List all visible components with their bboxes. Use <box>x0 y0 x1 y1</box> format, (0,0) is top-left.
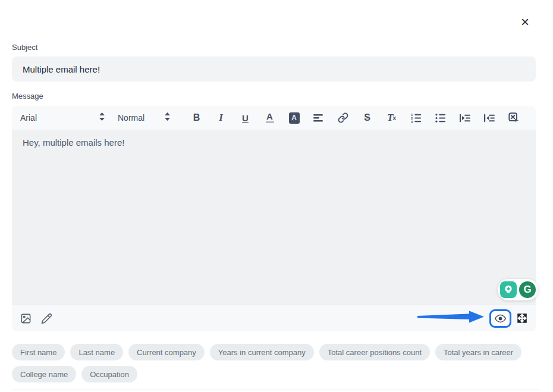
font-family-value: Arial <box>20 113 37 123</box>
merge-tag-years-in-current-company[interactable]: Years in current company <box>210 344 314 360</box>
remove-element-icon[interactable] <box>508 111 519 124</box>
insert-image-icon[interactable] <box>20 313 32 324</box>
ordered-list-icon[interactable]: 1 2 3 <box>411 111 422 124</box>
updown-arrows-icon <box>165 112 170 123</box>
message-body-editor[interactable]: Hey, multiple emails here! G <box>12 130 536 305</box>
paragraph-format-select[interactable]: Normal <box>118 112 170 123</box>
editor-footer <box>12 305 536 331</box>
clear-formatting-icon[interactable]: Tx <box>387 111 397 124</box>
font-family-select[interactable]: Arial <box>20 112 105 123</box>
merge-tag-current-company[interactable]: Current company <box>128 344 205 360</box>
subject-label: Subject <box>12 43 37 52</box>
paragraph-format-value: Normal <box>118 113 144 123</box>
updown-arrows-icon <box>99 112 105 123</box>
align-icon[interactable] <box>313 111 324 124</box>
message-label: Message <box>12 92 43 101</box>
bullet-list-icon[interactable] <box>435 111 446 124</box>
compose-email-modal: × Subject Message Arial Normal B I U A <box>0 0 553 392</box>
merge-tag-college-name[interactable]: College name <box>12 366 76 382</box>
preview-eye-icon[interactable] <box>489 309 511 328</box>
merge-tag-first-name[interactable]: First name <box>12 344 65 360</box>
strikethrough-icon[interactable]: S <box>362 111 373 124</box>
merge-tag-occupation[interactable]: Occupation <box>81 366 137 382</box>
editor-toolbar: Arial Normal B I U A A <box>12 106 536 130</box>
annotation-arrow <box>417 310 484 327</box>
underline-icon[interactable]: U <box>240 111 251 124</box>
suggestion-bulb-icon[interactable] <box>500 281 517 298</box>
indent-increase-icon[interactable] <box>460 111 470 124</box>
rich-text-editor: Arial Normal B I U A A <box>12 106 536 331</box>
close-icon[interactable]: × <box>517 14 533 30</box>
signature-pen-icon[interactable] <box>41 313 52 324</box>
link-icon[interactable] <box>338 111 348 124</box>
merge-tag-total-career-positions-count[interactable]: Total career positions count <box>319 344 430 360</box>
subject-input[interactable] <box>12 57 536 81</box>
bold-icon[interactable]: B <box>191 111 202 124</box>
message-body-text: Hey, multiple emails here! <box>23 137 525 148</box>
svg-text:3: 3 <box>411 120 413 123</box>
background-color-icon[interactable]: A <box>289 111 300 124</box>
merge-tag-total-years-in-career[interactable]: Total years in career <box>435 344 521 360</box>
bottom-divider <box>12 390 541 390</box>
expand-fullscreen-icon[interactable] <box>517 313 527 324</box>
grammarly-widget[interactable]: G <box>498 279 538 300</box>
text-color-icon[interactable]: A <box>265 111 275 124</box>
indent-decrease-icon[interactable] <box>484 111 495 124</box>
merge-tag-chips: First name Last name Current company Yea… <box>12 344 536 382</box>
grammarly-icon[interactable]: G <box>519 281 536 298</box>
merge-tag-last-name[interactable]: Last name <box>70 344 123 360</box>
italic-icon[interactable]: I <box>216 111 227 124</box>
